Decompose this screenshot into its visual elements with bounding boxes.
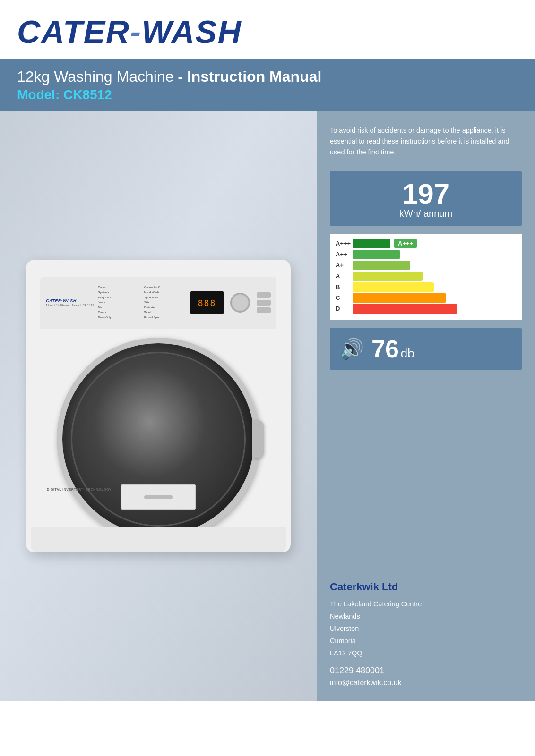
company-address: The Lakeland Catering Centre Newlands Ul… [330, 598, 522, 659]
energy-consumption-box: 197 kWh/ annum [330, 171, 522, 226]
product-title-line2: Model: CK8512 [17, 87, 518, 102]
safety-text: To avoid risk of accidents or damage to … [330, 125, 522, 158]
address-line-2: Newlands [330, 610, 522, 622]
address-line-1: The Lakeland Catering Centre [330, 598, 522, 610]
logo-part1: CATER [17, 14, 130, 50]
sound-level-box: 🔊 76 db [330, 328, 522, 370]
company-info: Caterkwik Ltd The Lakeland Catering Cent… [330, 581, 522, 687]
company-email: info@caterkwik.co.uk [330, 679, 522, 687]
washer-base [31, 527, 286, 552]
address-line-4: Cumbria [330, 635, 522, 647]
sound-db-value: 76 [371, 337, 399, 361]
energy-kwh-value: 197 [337, 180, 514, 208]
title-bar: 12kg Washing Machine - Instruction Manua… [0, 59, 535, 111]
right-info-panel: To avoid risk of accidents or damage to … [317, 111, 535, 701]
button-2[interactable] [257, 300, 271, 306]
model-label: Model: [17, 87, 60, 102]
control-buttons [257, 292, 271, 313]
company-phone: 01229 480001 [330, 666, 522, 676]
energy-bar-c [353, 293, 446, 303]
sound-icon: 🔊 [339, 337, 364, 360]
drawer-handle [144, 495, 173, 499]
control-panel: CATER·WASH 12kg | 1400rpm | A+++ | CK851… [40, 277, 276, 329]
energy-class-chart: A+++ A+++ A++ A+ A B C [330, 234, 522, 320]
brand-logo: CATER-WASH [17, 13, 518, 50]
washer-illustration: CATER·WASH 12kg | 1400rpm | A+++ | CK851… [21, 246, 295, 567]
address-line-5: LA12 7QQ [330, 647, 522, 659]
address-line-3: Ulverston [330, 622, 522, 635]
washer-brand-label: CATER·WASH 12kg | 1400rpm | A+++ | CK851… [46, 299, 94, 306]
title-plain: 12kg Washing Machine [17, 68, 173, 85]
washer-drum [57, 338, 260, 541]
energy-kwh-label: kWh/ annum [337, 208, 514, 219]
energy-class-row-a: A [336, 272, 516, 281]
digital-inverter-label: DIGITAL INVERTER™ TECHNOLOGY [47, 488, 112, 491]
main-content: CATER·WASH 12kg | 1400rpm | A+++ | CK851… [0, 111, 535, 701]
sound-db-unit: db [401, 346, 414, 361]
energy-bar-app [353, 250, 400, 259]
title-emphasis: - Instruction Manual [178, 68, 321, 85]
product-title-line1: 12kg Washing Machine - Instruction Manua… [17, 68, 518, 85]
energy-active-badge: A+++ [394, 239, 417, 248]
program-dial[interactable] [230, 293, 250, 313]
model-number: CK8512 [63, 87, 112, 102]
button-3[interactable] [257, 307, 271, 313]
energy-bar-b [353, 282, 434, 292]
logo-part2: WASH [142, 14, 242, 50]
energy-class-row-b: B [336, 282, 516, 292]
cycle-list: CottonCotton EcoC SyntheticHand Wash Eas… [98, 285, 187, 320]
logo-hyphen: - [130, 14, 142, 50]
button-1[interactable] [257, 292, 271, 298]
energy-class-row-c: C [336, 293, 516, 303]
door-handle[interactable] [252, 420, 264, 458]
energy-bar-d [353, 304, 457, 314]
spacer [330, 384, 522, 581]
energy-class-row-appp: A+++ A+++ [336, 239, 516, 248]
energy-class-row-ap: A+ [336, 261, 516, 270]
energy-bar-appp [353, 239, 390, 248]
product-image-panel: CATER·WASH 12kg | 1400rpm | A+++ | CK851… [0, 111, 317, 701]
washer-body: CATER·WASH 12kg | 1400rpm | A+++ | CK851… [26, 260, 291, 552]
energy-bar-ap [353, 261, 410, 270]
energy-class-row-app: A++ [336, 250, 516, 259]
company-name: Caterkwik Ltd [330, 581, 522, 593]
energy-class-row-d: D [336, 304, 516, 314]
detergent-drawer[interactable] [121, 484, 196, 510]
display-screen: 888 [190, 291, 224, 314]
energy-bar-a [353, 272, 423, 281]
header-logo-section: CATER-WASH [0, 0, 535, 59]
